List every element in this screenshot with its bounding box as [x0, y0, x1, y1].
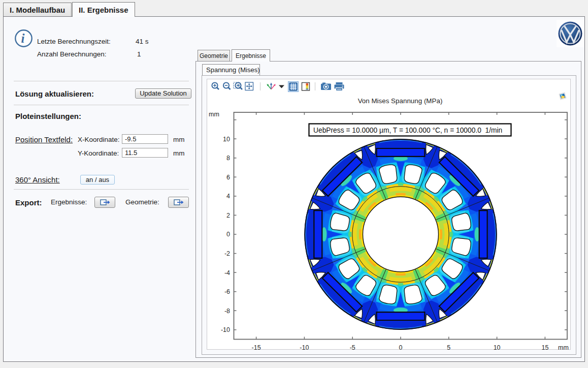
svg-text:-15: -15 — [252, 344, 261, 350]
svg-text:15: 15 — [541, 344, 548, 350]
svg-text:2: 2 — [226, 212, 230, 219]
svg-text:-6: -6 — [224, 288, 230, 295]
svg-text:-10: -10 — [221, 326, 230, 333]
svg-text:-10: -10 — [300, 344, 309, 350]
svg-text:UebPress = 10.0000 µm, T = 100: UebPress = 10.0000 µm, T = 100.000 °C, n… — [313, 127, 502, 134]
svg-text:-8: -8 — [224, 308, 230, 315]
svg-text:10: 10 — [494, 344, 501, 350]
svg-text:-5: -5 — [350, 344, 355, 350]
svg-text:5: 5 — [447, 344, 450, 350]
svg-text:4: 4 — [226, 193, 230, 200]
svg-text:Von Mises Spannung (MPa): Von Mises Spannung (MPa) — [358, 97, 443, 105]
svg-text:mm: mm — [209, 111, 219, 118]
svg-text:-2: -2 — [224, 250, 230, 257]
svg-text:10: 10 — [223, 136, 230, 143]
svg-text:0: 0 — [399, 344, 403, 350]
svg-text:-4: -4 — [224, 269, 230, 277]
svg-text:mm: mm — [558, 344, 569, 350]
svg-text:i: i — [21, 32, 25, 45]
svg-text:8: 8 — [226, 155, 230, 162]
svg-text:0: 0 — [226, 231, 230, 238]
svg-text:6: 6 — [226, 174, 230, 181]
